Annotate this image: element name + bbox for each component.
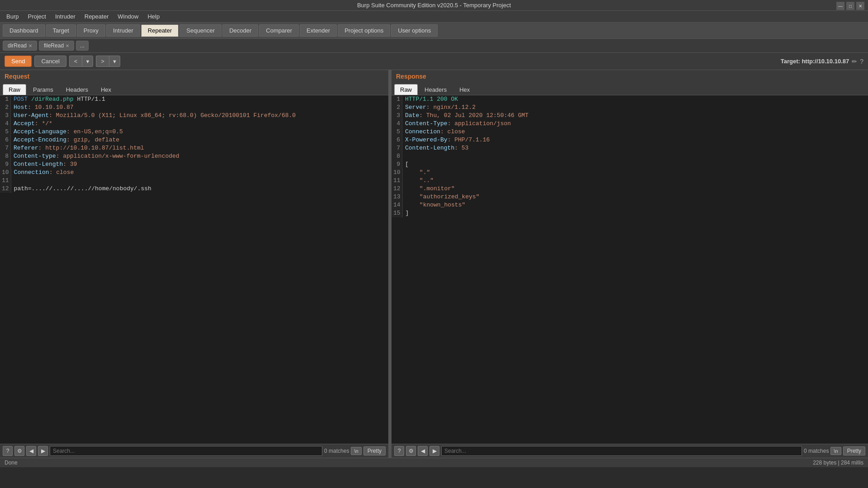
tab-repeater[interactable]: Repeater [141,24,179,37]
request-newline-button[interactable]: \n [351,447,361,455]
nav-tabs: Dashboard Target Proxy Intruder Repeater… [0,23,868,39]
request-next-search-icon[interactable]: ▶ [38,446,48,456]
close-fileread-icon[interactable]: ✕ [66,43,69,48]
request-help-icon[interactable]: ? [3,446,13,456]
response-code-area[interactable]: 1HTTP/1.1 200 OK2Server: nginx/1.12.23Da… [392,95,868,444]
line-content: Date: Thu, 02 Jul 2020 12:50:46 GMT [402,112,531,120]
cancel-button[interactable]: Cancel [34,56,66,67]
line-content: Accept-Encoding: gzip, deflate [11,136,122,144]
response-settings-icon[interactable]: ⚙ [406,446,416,456]
menu-burp[interactable]: Burp [2,12,23,21]
line-content [402,152,408,160]
next-button[interactable]: > [96,56,109,67]
request-tab-raw[interactable]: Raw [3,84,26,95]
line-number: 10 [0,169,11,177]
line-content: Accept-Language: en-US,en;q=0.5 [11,128,126,136]
response-title: Response [392,70,868,83]
line-number: 6 [392,136,402,144]
tab-dashboard[interactable]: Dashboard [3,24,45,37]
status-bar: Done 228 bytes | 284 millis [0,458,868,467]
next-arrow-button[interactable]: ▼ [109,56,120,67]
table-row: 11 ".." [392,177,868,185]
line-content: Referer: http://10.10.10.87/list.html [11,144,147,152]
line-number: 6 [0,136,11,144]
minimize-button[interactable]: — [836,2,844,10]
request-prev-search-icon[interactable]: ◀ [26,446,36,456]
request-tab-headers[interactable]: Headers [60,84,94,95]
table-row: 14 "known_hosts" [392,201,868,209]
table-row: 6Accept-Encoding: gzip, deflate [0,136,388,144]
line-content: "authorized_keys" [403,193,482,201]
menu-intruder[interactable]: Intruder [51,12,80,21]
table-row: 9Content-Length: 39 [0,160,388,169]
line-number: 5 [0,128,11,136]
menu-window[interactable]: Window [113,12,143,21]
line-content: Content-type: application/x-www-form-url… [11,152,182,160]
prev-arrow-button[interactable]: ▼ [82,56,93,67]
response-help-icon[interactable]: ? [394,446,404,456]
request-search-input[interactable] [50,446,322,456]
repeater-tab-more-button[interactable]: ... [76,41,89,51]
line-content: Host: 10.10.10.87 [11,103,76,112]
response-pretty-button[interactable]: Pretty [843,446,865,455]
edit-target-icon[interactable]: ✏ [852,58,857,65]
response-tab-hex[interactable]: Hex [453,84,476,95]
close-button[interactable]: ✕ [856,2,864,10]
request-settings-icon[interactable]: ⚙ [14,446,24,456]
tab-proxy[interactable]: Proxy [77,24,105,37]
request-pretty-button[interactable]: Pretty [363,446,386,455]
table-row: 10 "." [392,169,868,177]
tab-project-options[interactable]: Project options [338,24,390,37]
line-content: Content-Type: application/json [402,120,514,128]
menu-repeater[interactable]: Repeater [80,12,113,21]
line-content: ".monitor" [403,185,458,193]
status-text: Done [5,460,18,466]
line-number: 12 [0,185,11,193]
send-button[interactable]: Send [5,56,32,67]
menu-project[interactable]: Project [23,12,50,21]
tab-target[interactable]: Target [46,24,76,37]
table-row: 7Content-Length: 53 [392,144,868,152]
close-dirread-icon[interactable]: ✕ [28,43,32,48]
request-sub-tabs: Raw Params Headers Hex [0,83,388,95]
response-next-search-icon[interactable]: ▶ [429,446,439,456]
request-code-area[interactable]: 1POST /dirRead.php HTTP/1.12Host: 10.10.… [0,95,388,444]
line-number: 9 [0,160,11,169]
response-tab-headers[interactable]: Headers [419,84,453,95]
response-search-input[interactable] [441,446,802,456]
next-btn-group: > ▼ [96,56,120,67]
prev-btn-group: < ▼ [69,56,93,67]
prev-button[interactable]: < [69,56,82,67]
line-content [11,177,17,185]
response-tab-raw[interactable]: Raw [394,84,418,95]
tab-decoder[interactable]: Decoder [222,24,258,37]
tab-sequencer[interactable]: Sequencer [179,24,222,37]
response-prev-search-icon[interactable]: ◀ [418,446,428,456]
repeater-tab-fileread[interactable]: fileRead ✕ [39,41,74,51]
tab-user-options[interactable]: User options [391,24,438,37]
line-number: 2 [392,103,402,112]
line-number: 11 [0,177,11,185]
repeater-tab-dirread[interactable]: dirRead ✕ [3,41,37,51]
help-target-icon[interactable]: ? [860,58,863,65]
table-row: 1HTTP/1.1 200 OK [392,95,868,103]
request-title: Request [0,70,388,83]
table-row: 5Accept-Language: en-US,en;q=0.5 [0,128,388,136]
table-row: 15] [392,209,868,217]
table-row: 11 [0,177,388,185]
target-info: Target: http://10.10.10.87 ✏ ? [781,58,863,65]
tab-intruder[interactable]: Intruder [106,24,140,37]
main-content: Request Raw Params Headers Hex 1POST /di… [0,70,868,458]
line-number: 14 [392,201,403,209]
table-row: 4Accept: */* [0,120,388,128]
line-content: path=....//....//....//home/nobody/.ssh [11,185,154,193]
request-tab-hex[interactable]: Hex [95,84,117,95]
line-content: Accept: */* [11,120,55,128]
tab-comparer[interactable]: Comparer [259,24,299,37]
repeater-tab-dirread-label: dirRead [8,42,27,49]
tab-extender[interactable]: Extender [300,24,337,37]
response-newline-button[interactable]: \n [830,447,841,455]
maximize-button[interactable]: □ [846,2,854,10]
menu-help[interactable]: Help [143,12,164,21]
request-tab-params[interactable]: Params [27,84,59,95]
